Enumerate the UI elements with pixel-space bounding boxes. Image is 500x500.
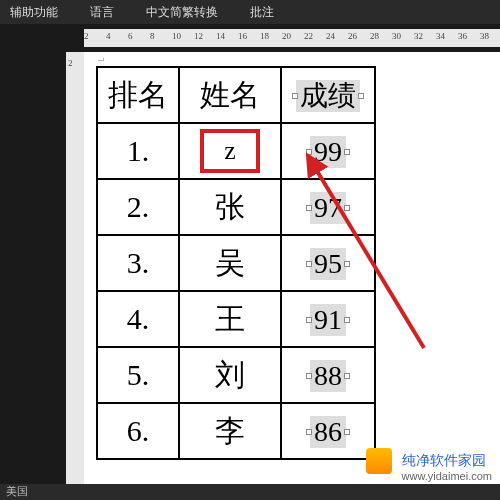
header-name[interactable]: 姓名 <box>179 67 281 123</box>
left-gutter <box>0 52 66 500</box>
status-language: 美国 <box>6 485 28 497</box>
ruler-tick: 10 <box>172 31 181 41</box>
cell-name[interactable]: 王 <box>179 291 281 347</box>
score-table: 排名 姓名 成绩 1.z992.张973.吴954.王915.刘886.李86 <box>96 66 376 460</box>
cell-score[interactable]: 91 <box>281 291 375 347</box>
cell-name[interactable]: 吴 <box>179 235 281 291</box>
cell-score[interactable]: 86 <box>281 403 375 459</box>
cell-rank[interactable]: 4. <box>97 291 179 347</box>
ruler-tick: 14 <box>216 31 225 41</box>
highlighted-cell[interactable]: z <box>200 129 260 172</box>
ruler-tick: 4 <box>106 31 111 41</box>
ruler-tick: 12 <box>194 31 203 41</box>
header-rank[interactable]: 排名 <box>97 67 179 123</box>
ruler-tick: 30 <box>392 31 401 41</box>
score-field[interactable]: 86 <box>310 416 346 448</box>
table-row: 1.z99 <box>97 123 375 179</box>
cell-score[interactable]: 97 <box>281 179 375 235</box>
score-field[interactable]: 91 <box>310 304 346 336</box>
cell-name[interactable]: 李 <box>179 403 281 459</box>
cell-score[interactable]: 88 <box>281 347 375 403</box>
table-row: 2.张97 <box>97 179 375 235</box>
menu-bar: 辅助功能 语言 中文简繁转换 批注 <box>0 0 500 24</box>
ruler-tick: 18 <box>260 31 269 41</box>
table-row: 3.吴95 <box>97 235 375 291</box>
cell-name[interactable]: 张 <box>179 179 281 235</box>
ruler-tick: 26 <box>348 31 357 41</box>
score-field[interactable]: 88 <box>310 360 346 392</box>
cell-rank[interactable]: 2. <box>97 179 179 235</box>
cell-rank[interactable]: 3. <box>97 235 179 291</box>
page-corner-icon: ⌐ <box>90 54 104 68</box>
ruler-tick: 38 <box>480 31 489 41</box>
ruler-tick: 6 <box>128 31 133 41</box>
cell-rank[interactable]: 1. <box>97 123 179 179</box>
watermark: 纯净软件家园 www.yidaimei.com <box>402 452 492 482</box>
ruler-tick: 22 <box>304 31 313 41</box>
status-bar: 美国 <box>0 484 500 500</box>
cell-name[interactable]: z <box>179 123 281 179</box>
cell-rank[interactable]: 6. <box>97 403 179 459</box>
cell-score[interactable]: 99 <box>281 123 375 179</box>
cell-rank[interactable]: 5. <box>97 347 179 403</box>
table-row: 5.刘88 <box>97 347 375 403</box>
ruler-strip: 2468101214161820222426283032343638 <box>0 24 500 52</box>
table-row: 6.李86 <box>97 403 375 459</box>
watermark-brand: 纯净软件家园 <box>402 452 486 468</box>
ruler-tick: 34 <box>436 31 445 41</box>
menu-language[interactable]: 语言 <box>90 4 114 21</box>
ruler-tick: 32 <box>414 31 423 41</box>
menu-annotations[interactable]: 批注 <box>250 4 274 21</box>
ruler-tick: 20 <box>282 31 291 41</box>
cell-name[interactable]: 刘 <box>179 347 281 403</box>
watermark-url: www.yidaimei.com <box>402 470 492 482</box>
ruler-tick: 24 <box>326 31 335 41</box>
menu-trad-simp[interactable]: 中文简繁转换 <box>146 4 218 21</box>
menu-accessibility[interactable]: 辅助功能 <box>10 4 58 21</box>
watermark-icon <box>366 448 392 474</box>
vruler-tick: 2 <box>68 58 73 68</box>
ruler-tick: 36 <box>458 31 467 41</box>
ruler-tick: 8 <box>150 31 155 41</box>
vertical-ruler[interactable]: 2 <box>66 52 84 500</box>
document-page: ⌐ 排名 姓名 成绩 1.z992.张973.吴954.王915.刘886.李8… <box>84 52 500 500</box>
header-score-field[interactable]: 成绩 <box>296 80 360 112</box>
ruler-tick: 28 <box>370 31 379 41</box>
ruler-tick: 2 <box>84 31 89 41</box>
score-field[interactable]: 97 <box>310 192 346 224</box>
score-field[interactable]: 99 <box>310 136 346 168</box>
header-score[interactable]: 成绩 <box>281 67 375 123</box>
score-field[interactable]: 95 <box>310 248 346 280</box>
table-header-row: 排名 姓名 成绩 <box>97 67 375 123</box>
table-row: 4.王91 <box>97 291 375 347</box>
cell-score[interactable]: 95 <box>281 235 375 291</box>
ruler-tick: 16 <box>238 31 247 41</box>
horizontal-ruler[interactable]: 2468101214161820222426283032343638 <box>84 29 500 47</box>
